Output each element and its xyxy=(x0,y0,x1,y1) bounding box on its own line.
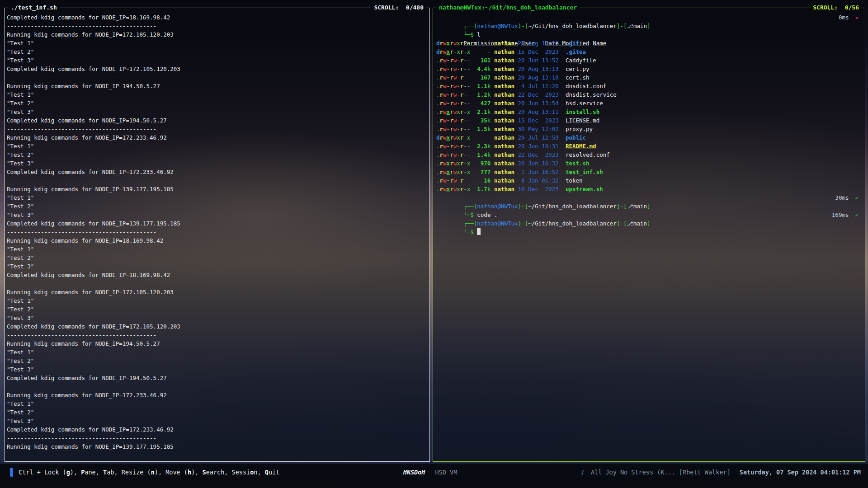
status-bar: Ctrl + Lock (g), Pane, Tab, Resize (n), … xyxy=(0,464,868,488)
file-date-modified: 20 Jun 13:54 xyxy=(518,99,562,108)
terminal-line: ----------------------------------------… xyxy=(7,382,428,391)
terminal-line: Completed kdig commands for NODE_IP=194.… xyxy=(7,374,428,382)
terminal-line: Completed kdig commands for NODE_IP=18.1… xyxy=(7,271,428,279)
file-permissions: drwxrwxr-x xyxy=(436,39,474,47)
file-row: .rw-rw-r--16nathan 8 Jan 01:32token xyxy=(436,176,863,185)
file-size: 1.7k xyxy=(477,185,491,193)
file-name: LICENSE.md xyxy=(566,117,599,124)
file-permissions: .rwxrwxr-x xyxy=(436,168,474,176)
terminal-line: "Test 1" xyxy=(7,39,428,47)
file-size: 35k xyxy=(477,116,491,125)
file-owner: nathan xyxy=(494,133,514,142)
terminal-line: "Test 2" xyxy=(7,408,428,417)
file-owner: nathan xyxy=(494,56,514,65)
shell-input-line[interactable]: └─$ xyxy=(436,219,863,228)
file-listing: drwxrwxr-x-nathan20 Aug 13:13.gitdrwxr-x… xyxy=(436,39,863,193)
terminal-line: "Test 1" xyxy=(7,296,428,305)
file-permissions: .rw-rw-r-- xyxy=(436,99,474,108)
file-size: - xyxy=(477,39,491,47)
terminal-line: Running kdig commands for NODE_IP=194.50… xyxy=(7,82,428,90)
file-row: .rw-rw-r--1.4knathan22 Dec 2023resolved.… xyxy=(436,150,863,159)
file-owner: nathan xyxy=(494,39,514,47)
terminal-line: "Test 3" xyxy=(7,108,428,116)
file-name: Caddyfile xyxy=(566,57,596,64)
file-name: resolved.conf xyxy=(566,151,610,158)
pane-left-terminal-output[interactable]: Completed kdig commands for NODE_IP=18.1… xyxy=(5,8,430,462)
file-date-modified: 22 Dec 2023 xyxy=(518,90,562,99)
file-owner: nathan xyxy=(494,90,514,99)
file-owner: nathan xyxy=(494,47,514,56)
terminal-line: "Test 2" xyxy=(7,150,428,159)
file-size: 2.3k xyxy=(477,142,491,150)
file-name: dnsdist.service xyxy=(566,91,617,98)
file-name: upstream.sh xyxy=(566,186,603,192)
file-date-modified: 15 Dec 2023 xyxy=(518,116,562,125)
terminal-line: Completed kdig commands for NODE_IP=18.1… xyxy=(7,13,428,22)
file-owner: nathan xyxy=(494,159,514,168)
pane-right-terminal-output[interactable]: ┌──(nathan@NWTux)-[~/Git/hns_doh_loadbal… xyxy=(433,8,865,462)
prompt-line: ┌──(nathan@NWTux)-[~/Git/hns_doh_loadbal… xyxy=(436,193,863,202)
terminal-line: "Test 3" xyxy=(7,211,428,219)
file-date-modified: 20 Aug 13:11 xyxy=(518,108,562,116)
file-size: 1.5k xyxy=(477,125,491,133)
file-row: .rw-rw-r--1.1knathan 4 Jul 12:20dnsdist.… xyxy=(436,82,863,90)
now-playing: All Joy No Stress (K... [Rhett Walker] xyxy=(591,469,731,476)
file-permissions: drwxrwxr-x xyxy=(436,133,474,142)
pane-right-border-top: nathan@NWTux:~/Git/hns_doh_loadbalancer … xyxy=(433,4,865,12)
file-name: .gitea xyxy=(566,48,586,55)
border-segment xyxy=(60,8,372,8)
file-owner: nathan xyxy=(494,99,514,108)
shortcut-key: g xyxy=(66,469,70,476)
shortcut-key: h xyxy=(188,469,191,476)
desktop: ./test_inf.sh SCROLL: 0/480 Completed kd… xyxy=(0,0,868,488)
pane-left-scroll-indicator: SCROLL: 0/480 xyxy=(371,4,426,12)
file-size: 161 xyxy=(477,56,491,65)
file-date-modified: 20 Aug 13:13 xyxy=(518,39,562,47)
prompt-line: ┌──(nathan@NWTux)-[~/Git/hns_doh_loadbal… xyxy=(436,13,863,22)
file-owner: nathan xyxy=(494,185,514,193)
file-name: hsd.service xyxy=(566,100,603,107)
file-name: token xyxy=(566,177,583,184)
file-permissions: .rwxrwxr-x xyxy=(436,159,474,168)
file-row: .rw-rw-r--1.2knathan22 Dec 2023dnsdist.s… xyxy=(436,90,863,99)
terminal-line: "Test 1" xyxy=(7,193,428,202)
file-size: 16 xyxy=(477,176,491,185)
terminal-line: Running kdig commands for NODE_IP=139.17… xyxy=(7,442,428,451)
file-size: - xyxy=(477,133,491,142)
terminal-line: Running kdig commands for NODE_IP=139.17… xyxy=(7,185,428,193)
file-row: .rw-rw-r--4.4knathan20 Aug 13:13cert.py xyxy=(436,65,863,73)
terminal-line: "Test 3" xyxy=(7,417,428,425)
terminal-line: "Test 3" xyxy=(7,159,428,168)
file-row: .rwxrwxr-x777nathan 1 Jun 16:52test_inf.… xyxy=(436,168,863,176)
pane-right-title: nathan@NWTux:~/Git/hns_doh_loadbalancer xyxy=(436,4,580,12)
terminal-cursor xyxy=(477,228,481,235)
terminal-line: "Test 1" xyxy=(7,90,428,99)
file-permissions: .rw-rw-r-- xyxy=(436,150,474,159)
check-icon: ✓ xyxy=(855,211,859,218)
keybind-hint-text: Ctrl + Lock (g), Pane, Tab, Resize (n), … xyxy=(19,469,279,476)
machine-name: HSD VM xyxy=(435,469,458,476)
file-date-modified: 20 Jun 18:31 xyxy=(518,142,562,150)
file-size: - xyxy=(477,47,491,56)
file-name: install.sh xyxy=(566,108,599,115)
terminal-line: Running kdig commands for NODE_IP=194.50… xyxy=(7,339,428,348)
file-name: cert.sh xyxy=(566,74,590,81)
file-owner: nathan xyxy=(494,116,514,125)
file-owner: nathan xyxy=(494,82,514,90)
terminal-line: Running kdig commands for NODE_IP=172.10… xyxy=(7,288,428,296)
terminal-line: "Test 1" xyxy=(7,245,428,253)
listing-header-row: PermissionsSizeUserDate ModifiedName xyxy=(436,30,863,39)
file-permissions: .rw-rw-r-- xyxy=(436,176,474,185)
file-name: README.md xyxy=(566,143,596,150)
pane-right-scroll-indicator: SCROLL: 0/56 xyxy=(810,4,862,12)
file-name: test.sh xyxy=(566,160,590,167)
file-size: 777 xyxy=(477,168,491,176)
terminal-line: "Test 2" xyxy=(7,47,428,56)
file-row: drwxrwxr-x-nathan20 Jul 12:59public xyxy=(436,133,863,142)
terminal-line: ----------------------------------------… xyxy=(7,434,428,442)
file-name: public xyxy=(566,134,586,141)
terminal-line: "Test 3" xyxy=(7,56,428,65)
file-date-modified: 20 Jun 16:32 xyxy=(518,159,562,168)
file-size: 2.1k xyxy=(477,108,491,116)
terminal-line: "Test 2" xyxy=(7,99,428,108)
